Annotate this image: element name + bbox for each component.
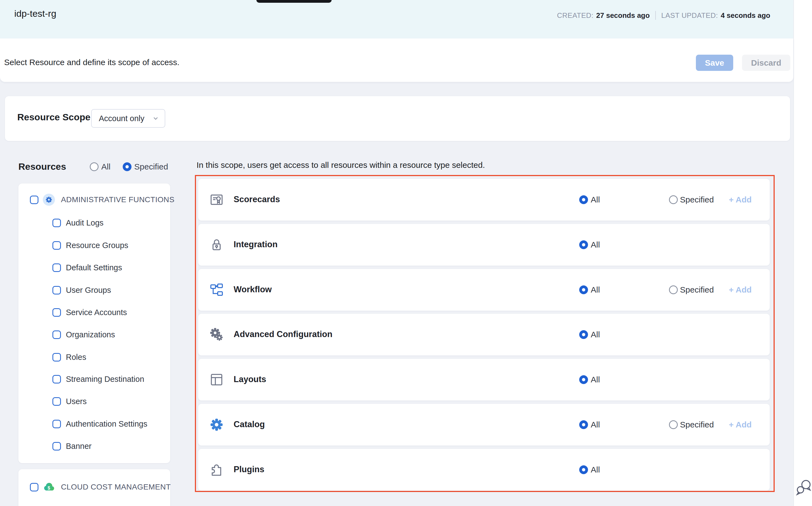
chevron-down-icon (152, 115, 159, 122)
item-label: Default Settings (66, 263, 122, 272)
catalog-add-button[interactable]: + Add (729, 420, 751, 429)
resource-scope-label: Resource Scope (17, 112, 90, 122)
item-label: User Groups (66, 286, 111, 295)
item-label: Users (66, 397, 87, 406)
list-item: User Groups (53, 284, 111, 296)
admin-functions-badge (43, 194, 55, 206)
row-label: Catalog (234, 419, 265, 429)
banner-checkbox[interactable] (53, 442, 61, 450)
item-label: Banner (66, 442, 92, 451)
user-groups-checkbox[interactable] (53, 286, 61, 294)
toolbar: Select Resource and define its scope of … (0, 38, 793, 82)
group-admin-functions: ADMINISTRATIVE FUNCTIONS (30, 194, 175, 206)
list-item: Users (53, 396, 87, 407)
default-settings-checkbox[interactable] (53, 263, 61, 272)
item-label: Audit Logs (66, 219, 103, 228)
save-button[interactable]: Save (696, 55, 733, 71)
row-label: Scorecards (234, 194, 280, 204)
workflow-specified-label[interactable]: Specified (680, 285, 714, 294)
plugins-all-radio[interactable] (579, 466, 588, 474)
list-item: Audit Logs (53, 217, 103, 228)
resource-row-layouts: Layouts All (198, 359, 770, 401)
advanced-configuration-all-label[interactable]: All (591, 330, 600, 339)
gear-solid-icon (210, 418, 223, 431)
resource-row-plugins: Plugins All (198, 449, 770, 491)
service-accounts-checkbox[interactable] (53, 308, 61, 317)
users-checkbox[interactable] (53, 397, 61, 406)
resource-row-workflow: Workflow All Specified + Add (198, 269, 770, 311)
list-item: Streaming Destination (53, 373, 144, 385)
group-ccm-checkbox[interactable] (30, 483, 38, 491)
resource-row-advanced-configuration: Advanced Configuration All (198, 314, 770, 355)
gear-icon (45, 196, 52, 203)
resource-group-page: idp-test-rg CREATED: 27 seconds ago LAST… (0, 0, 812, 506)
item-label: Resource Groups (66, 241, 128, 250)
resources-specified-label[interactable]: Specified (134, 162, 168, 171)
svg-text:$: $ (47, 485, 50, 490)
list-item: Banner (53, 441, 92, 451)
item-label: Service Accounts (66, 308, 127, 317)
scorecards-specified-radio[interactable] (669, 195, 678, 204)
list-item: Default Settings (53, 262, 122, 273)
resources-title: Resources (18, 161, 66, 172)
resource-scope-card: Resource Scope Account only (5, 96, 790, 141)
list-item: Resource Groups (53, 240, 128, 251)
catalog-specified-radio[interactable] (669, 420, 678, 429)
scorecards-add-button[interactable]: + Add (729, 195, 751, 204)
lock-icon (210, 238, 223, 251)
list-item: Recommendations (53, 505, 132, 506)
layouts-all-label[interactable]: All (591, 375, 600, 384)
list-item: Organizations (53, 329, 115, 340)
catalog-specified-label[interactable]: Specified (680, 420, 714, 429)
chat-support-icon[interactable] (796, 479, 812, 497)
resource-row-integration: Integration All (198, 224, 770, 266)
layouts-all-radio[interactable] (579, 375, 588, 384)
workflow-specified-radio[interactable] (669, 285, 678, 294)
cloud-dollar-icon: $ (43, 482, 55, 493)
streaming-destination-checkbox[interactable] (53, 375, 61, 384)
scorecards-specified-label[interactable]: Specified (680, 195, 714, 204)
row-label: Layouts (234, 374, 266, 384)
authentication-settings-checkbox[interactable] (53, 420, 61, 428)
scorecards-all-radio[interactable] (579, 195, 588, 204)
catalog-all-radio[interactable] (579, 420, 588, 429)
last-updated-value: 4 seconds ago (721, 11, 770, 20)
workflow-icon (210, 283, 223, 297)
last-updated-label: LAST UPDATED: (661, 11, 718, 20)
organizations-checkbox[interactable] (53, 330, 61, 339)
row-label: Integration (234, 240, 278, 249)
advanced-configuration-all-radio[interactable] (579, 330, 588, 339)
group-admin-label: ADMINISTRATIVE FUNCTIONS (61, 195, 175, 204)
catalog-all-label[interactable]: All (591, 420, 600, 429)
scorecards-all-label[interactable]: All (591, 195, 600, 204)
resource-groups-checkbox[interactable] (53, 241, 61, 250)
resource-group-list-ccm: $ CLOUD COST MANAGEMENT Recommendations (18, 469, 170, 506)
discard-button[interactable]: Discard (742, 55, 790, 71)
resources-all-radio[interactable] (90, 162, 99, 171)
workflow-add-button[interactable]: + Add (729, 285, 751, 294)
group-admin-checkbox[interactable] (30, 195, 38, 204)
roles-checkbox[interactable] (53, 353, 61, 361)
integration-all-radio[interactable] (579, 240, 588, 249)
integration-all-label[interactable]: All (591, 240, 600, 249)
scorecards-icon (210, 193, 223, 206)
audit-logs-checkbox[interactable] (53, 219, 61, 227)
puzzle-icon (210, 463, 223, 476)
group-cloud-cost-management: $ CLOUD COST MANAGEMENT (30, 481, 171, 493)
resources-all-label[interactable]: All (101, 162, 110, 171)
resource-row-catalog: Catalog All Specified + Add (198, 404, 770, 445)
page-title: idp-test-rg (14, 8, 56, 19)
plugins-all-label[interactable]: All (591, 465, 600, 475)
resource-scope-dropdown[interactable]: Account only (91, 109, 165, 128)
timestamps: CREATED: 27 seconds ago LAST UPDATED: 4 … (557, 11, 770, 20)
list-item: Roles (53, 352, 86, 363)
created-label: CREATED: (557, 11, 594, 20)
item-label: Roles (66, 353, 86, 362)
row-label: Workflow (234, 284, 272, 294)
list-item: Authentication Settings (53, 418, 147, 429)
resources-specified-radio[interactable] (123, 162, 131, 171)
layout-icon (210, 373, 223, 386)
scrollbar-gutter[interactable] (793, 0, 812, 506)
workflow-all-radio[interactable] (579, 285, 588, 294)
workflow-all-label[interactable]: All (591, 285, 600, 294)
